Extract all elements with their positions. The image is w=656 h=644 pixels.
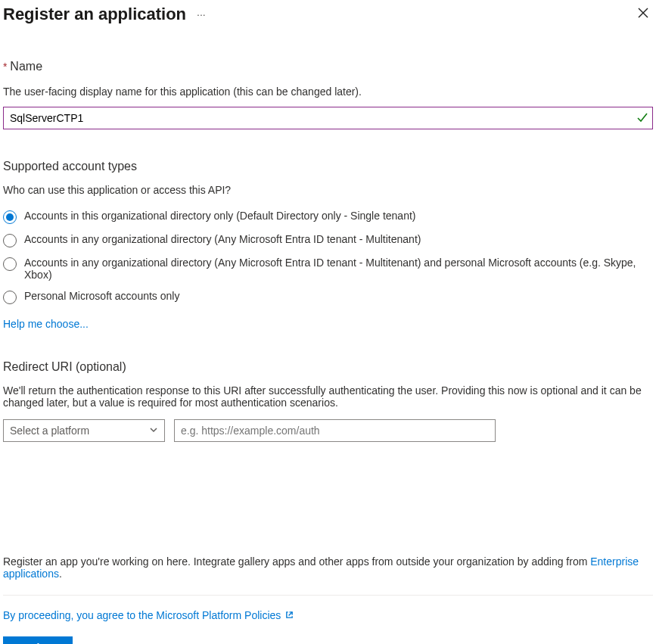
account-types-question: Who can use this application or access t… (3, 184, 653, 196)
page-header: Register an application ··· (3, 3, 653, 30)
radio-icon[interactable] (3, 257, 17, 271)
more-icon[interactable]: ··· (197, 8, 206, 20)
name-input-wrapper (3, 107, 653, 129)
account-types-title: Supported account types (3, 160, 653, 173)
radio-single-tenant[interactable]: Accounts in this organizational director… (3, 205, 653, 229)
platform-select[interactable]: Select a platform (3, 419, 165, 442)
radio-label: Accounts in any organizational directory… (24, 257, 653, 281)
divider (3, 595, 653, 596)
redirect-uri-input[interactable] (174, 419, 496, 442)
external-link-icon (285, 609, 294, 621)
account-types-section: Supported account types Who can use this… (3, 160, 653, 330)
redirect-controls: Select a platform (3, 419, 653, 442)
radio-personal-only[interactable]: Personal Microsoft accounts only (3, 285, 653, 309)
bottom-text-period: . (59, 568, 62, 580)
header-left: Register an application ··· (3, 5, 206, 24)
redirect-section: Redirect URI (optional) We'll return the… (3, 360, 653, 442)
radio-label: Accounts in this organizational director… (24, 210, 415, 222)
name-helptext: The user-facing display name for this ap… (3, 86, 653, 98)
chevron-down-icon (149, 425, 158, 437)
bottom-text-prefix: Register an app you're working on here. … (3, 555, 590, 568)
page-title: Register an application (3, 5, 186, 24)
name-label: Name (10, 60, 42, 73)
bottom-info-text: Register an app you're working on here. … (3, 555, 653, 580)
platform-select-placeholder: Select a platform (10, 425, 89, 437)
radio-multitenant-personal[interactable]: Accounts in any organizational directory… (3, 252, 653, 285)
name-label-row: * Name (3, 60, 653, 79)
close-icon[interactable] (633, 3, 653, 25)
radio-label: Personal Microsoft accounts only (24, 290, 179, 302)
radio-multitenant[interactable]: Accounts in any organizational directory… (3, 229, 653, 252)
radio-label: Accounts in any organizational directory… (24, 233, 421, 245)
redirect-description: We'll return the authentication response… (3, 384, 653, 409)
name-section: * Name The user-facing display name for … (3, 60, 653, 129)
name-input[interactable] (3, 107, 653, 129)
radio-icon[interactable] (3, 234, 17, 247)
redirect-title: Redirect URI (optional) (3, 360, 653, 374)
radio-icon[interactable] (3, 291, 17, 304)
checkmark-icon (636, 111, 648, 123)
required-mark: * (3, 61, 7, 73)
help-me-choose-link[interactable]: Help me choose... (3, 318, 89, 330)
policies-text: By proceeding, you agree to the Microsof… (3, 609, 281, 621)
register-button[interactable]: Register (3, 636, 73, 644)
policies-link[interactable]: By proceeding, you agree to the Microsof… (3, 609, 653, 621)
radio-icon[interactable] (3, 210, 17, 224)
